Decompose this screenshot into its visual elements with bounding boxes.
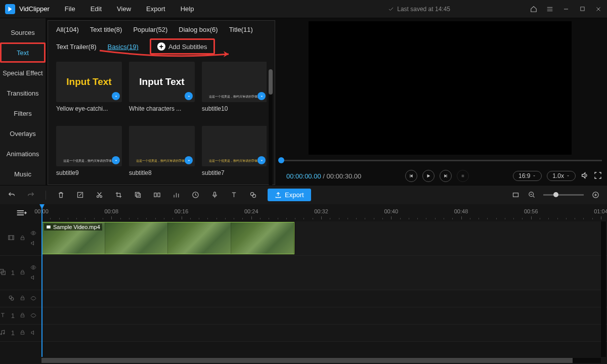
seek-knob[interactable] — [278, 157, 284, 163]
eye-icon[interactable] — [30, 312, 36, 320]
template-item[interactable]: Input TextWhite characters ... — [129, 62, 195, 119]
tab-all[interactable]: All(104) — [56, 26, 79, 33]
crop-icon[interactable] — [114, 191, 123, 200]
delete-icon[interactable] — [56, 191, 65, 200]
sidebar-item-text[interactable]: Text — [0, 42, 46, 63]
download-icon[interactable] — [185, 156, 193, 164]
sidebar-item-transitions[interactable]: Transitions — [0, 83, 46, 103]
lock-icon[interactable] — [20, 329, 25, 337]
ruler-label: 00:56 — [524, 208, 538, 214]
sidebar-item-music[interactable]: Music — [0, 164, 46, 184]
speaker-icon[interactable] — [30, 275, 36, 282]
menu-edit[interactable]: Edit — [91, 5, 102, 13]
audio-track-icon — [0, 329, 6, 337]
menu-export[interactable]: Export — [146, 5, 165, 13]
sidebar-item-filters[interactable]: Filters — [0, 103, 46, 123]
stop-button[interactable] — [457, 170, 469, 182]
close-icon[interactable] — [595, 6, 602, 13]
video-preview[interactable] — [309, 21, 572, 155]
export-button[interactable]: Export — [268, 189, 311, 201]
sidebar-item-special-effect[interactable]: Special Effect — [0, 63, 46, 83]
template-item[interactable]: 这是一个优美是，致约灭等讲的字体效subtitle9 — [56, 126, 122, 183]
timeline-v-scrollbar[interactable] — [601, 221, 606, 357]
seek-bar[interactable] — [278, 158, 602, 163]
hamburger-icon[interactable] — [546, 6, 553, 13]
tab-popular[interactable]: Popular(52) — [133, 26, 167, 33]
tab-title[interactable]: Title(11) — [229, 26, 253, 33]
template-item[interactable]: 这是一个优美是，致约灭等讲的字体效subtitle7 — [202, 126, 267, 183]
maximize-icon[interactable] — [579, 6, 586, 13]
sidebar-item-sources[interactable]: Sources — [0, 22, 46, 42]
download-icon[interactable] — [257, 92, 266, 100]
svg-point-12 — [252, 194, 255, 197]
last-saved: Last saved at 14:45 — [388, 6, 450, 13]
aspect-ratio-selector[interactable]: 16:9 — [513, 171, 542, 181]
add-subtitles-button[interactable]: + Add Subtitles — [150, 38, 215, 55]
eye-icon[interactable] — [30, 295, 36, 302]
minimize-icon[interactable] — [562, 6, 570, 13]
redo-icon[interactable] — [26, 191, 35, 200]
download-icon[interactable] — [112, 92, 120, 100]
lock-icon[interactable] — [20, 295, 25, 302]
add-track-button[interactable] — [15, 208, 27, 217]
effect-icon[interactable] — [248, 191, 257, 200]
template-label: subtitle7 — [202, 169, 267, 176]
levels-icon[interactable] — [171, 191, 181, 200]
panel-scrollbar[interactable] — [269, 69, 273, 186]
download-icon[interactable] — [185, 92, 193, 100]
text-tool-icon[interactable] — [229, 191, 238, 200]
lock-icon[interactable] — [20, 269, 25, 277]
plus-icon: + — [157, 42, 165, 51]
eye-icon[interactable] — [30, 264, 36, 271]
volume-icon[interactable] — [581, 171, 589, 181]
timeline-h-scrollbar[interactable] — [41, 358, 601, 363]
ruler-label: 01:04 — [594, 208, 607, 214]
playhead[interactable] — [41, 204, 42, 357]
menu-help[interactable]: Help — [181, 5, 194, 13]
time-icon[interactable] — [191, 191, 200, 200]
template-item[interactable]: 这是一个优美是，致约灭等讲的字体效subtitle8 — [129, 126, 195, 183]
zoom-in-icon[interactable] — [591, 191, 600, 200]
tab-text-title[interactable]: Text title(8) — [90, 26, 122, 33]
fit-icon[interactable] — [511, 191, 520, 200]
download-icon[interactable] — [257, 156, 266, 164]
timeline: 00:0000:0800:1600:2400:3200:4000:4800:56… — [0, 204, 607, 364]
play-button[interactable] — [422, 170, 435, 182]
template-label: subtitle8 — [129, 169, 195, 176]
template-item[interactable]: 这是一个优美是，致约灭等讲的字体效subtitle10 — [202, 62, 267, 119]
download-icon[interactable] — [112, 156, 120, 164]
menu-view[interactable]: View — [117, 5, 131, 13]
lock-icon[interactable] — [20, 312, 25, 320]
zoom-slider[interactable] — [543, 194, 584, 196]
next-frame-button[interactable] — [440, 170, 452, 182]
time-ruler[interactable]: 00:0000:0800:1600:2400:3200:4000:4800:56… — [41, 208, 601, 220]
tab-dialog-box[interactable]: Dialog box(6) — [179, 26, 218, 33]
split-icon[interactable] — [152, 191, 161, 200]
main-menu: File Edit View Export Help — [65, 5, 194, 13]
speaker-icon[interactable] — [30, 240, 36, 247]
undo-icon[interactable] — [7, 191, 16, 200]
speed-selector[interactable]: 1.0x — [547, 171, 576, 181]
edit-icon[interactable] — [75, 191, 84, 200]
tab-basics[interactable]: Basics(19) — [107, 43, 138, 51]
mic-icon[interactable] — [210, 191, 219, 200]
fullscreen-icon[interactable] — [594, 171, 602, 181]
cut-icon[interactable] — [95, 191, 104, 200]
video-clip[interactable]: Sample Video.mp4 — [41, 222, 294, 254]
tab-text-trailer[interactable]: Text Trailer(8) — [56, 43, 96, 51]
zoom-out-icon[interactable] — [527, 191, 536, 200]
sidebar-item-animations[interactable]: Animations — [0, 144, 46, 164]
ruler-label: 00:48 — [454, 208, 468, 214]
prev-frame-button[interactable] — [405, 170, 417, 182]
home-icon[interactable] — [530, 6, 537, 13]
template-item[interactable]: Input TextYellow eye-catchi... — [56, 62, 122, 119]
copy-icon[interactable] — [133, 191, 142, 200]
svg-point-28 — [1, 333, 2, 334]
sidebar-item-overlays[interactable]: Overlays — [0, 123, 46, 144]
eye-icon[interactable] — [30, 230, 36, 237]
speaker-icon[interactable] — [30, 330, 36, 337]
effect-track — [0, 290, 607, 307]
video-track-icon — [8, 234, 15, 243]
lock-icon[interactable] — [20, 235, 25, 242]
menu-file[interactable]: File — [65, 5, 75, 13]
